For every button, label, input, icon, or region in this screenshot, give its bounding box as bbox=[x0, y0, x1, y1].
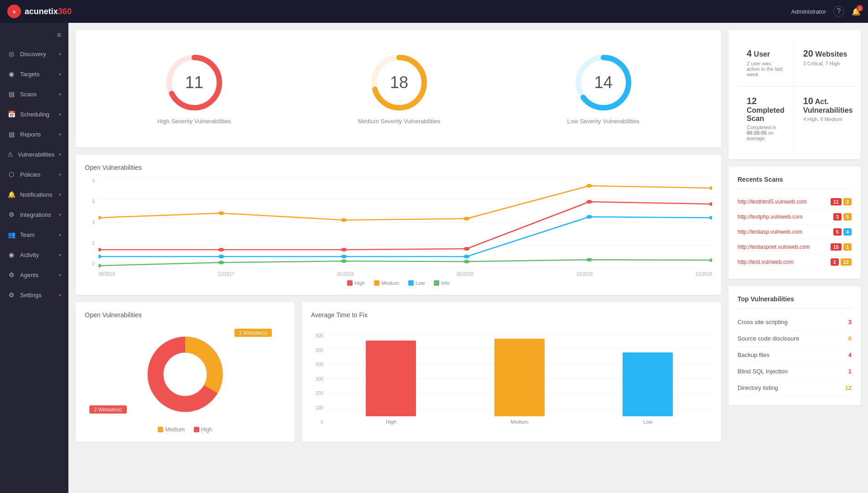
dashboard-main: 11 High Severity Vulnerabilities 18 bbox=[76, 30, 721, 486]
scans-sub: Completed in 00:20:05 on average bbox=[747, 125, 785, 141]
scan-item-2: http://testphp.vulnweb.com 3 5 bbox=[738, 210, 852, 225]
topnav: a acunetix360 Administrator ? 🔔 1 bbox=[0, 0, 868, 23]
sidebar-item-settings[interactable]: ⚙ Settings ▾ bbox=[0, 285, 68, 305]
x-label-4: 06/2018 bbox=[457, 272, 473, 277]
scans-count: 12 Completed Scan bbox=[747, 96, 785, 123]
chevron-icon: ▾ bbox=[59, 212, 61, 217]
scan-url-1[interactable]: http://testhtml5.vulnweb.com bbox=[738, 199, 807, 205]
sidebar-item-scans[interactable]: ▤ Scans ▾ bbox=[0, 84, 68, 104]
line-chart-svg bbox=[99, 177, 712, 268]
bar-medium-label: Medium bbox=[510, 419, 528, 425]
chevron-icon: ▾ bbox=[59, 72, 61, 77]
vuln-item-3: Backup files 4 bbox=[738, 347, 852, 363]
user-menu[interactable]: Administrator bbox=[791, 8, 826, 15]
sidebar-item-label: Vulnerabilities bbox=[18, 151, 54, 158]
vuln-name-5: Directory listing bbox=[738, 384, 778, 391]
sidebar-item-vulnerabilities[interactable]: ⚠ Vulnerabilities ▾ bbox=[0, 144, 68, 164]
svg-point-28 bbox=[463, 255, 469, 258]
top-stats-card: 4 User 2 user was active in the last wee… bbox=[728, 30, 861, 159]
bar-medium-rect bbox=[494, 339, 545, 416]
vuln-item-4: Blind SQL Injection 1 bbox=[738, 363, 852, 380]
bar-y-600: 600 bbox=[311, 333, 323, 338]
scan-item-1: http://testhtml5.vulnweb.com 11 3 bbox=[738, 194, 852, 210]
vuln-item-1: Cross site scripting 3 bbox=[738, 314, 852, 330]
stats-grid: 4 User 2 user was active in the last wee… bbox=[738, 39, 852, 150]
bar-y-0: 0 bbox=[311, 420, 323, 425]
high-severity-stat: 11 High Severity Vulnerabilities bbox=[157, 53, 231, 125]
svg-point-23 bbox=[586, 200, 592, 204]
sidebar-item-label: Scheduling bbox=[20, 111, 54, 118]
chevron-icon: ▾ bbox=[59, 232, 61, 237]
sidebar-item-integrations[interactable]: ⚙ Integrations ▾ bbox=[0, 205, 68, 225]
help-icon[interactable]: ? bbox=[833, 6, 844, 17]
notifications-icon: 🔔 bbox=[7, 191, 16, 198]
sidebar-item-agents[interactable]: ⚙ Agents ▾ bbox=[0, 265, 68, 285]
discovery-icon: ◎ bbox=[7, 50, 16, 58]
vuln-item-2: Source code disclosure 6 bbox=[738, 330, 852, 347]
chevron-icon: ▾ bbox=[59, 132, 61, 137]
scan-badge-red-4: 15 bbox=[831, 243, 842, 251]
x-label-2: 12/2017 bbox=[218, 272, 234, 277]
low-count: 14 bbox=[594, 73, 613, 92]
scan-badge-red-5: 2 bbox=[831, 258, 839, 266]
sidebar-item-label: Team bbox=[20, 231, 54, 238]
notification-icon[interactable]: 🔔 1 bbox=[852, 7, 861, 16]
sidebar-item-reports[interactable]: ▤ Reports ▾ bbox=[0, 124, 68, 144]
scan-badges-5: 2 12 bbox=[831, 258, 852, 266]
sidebar-item-label: Settings bbox=[20, 292, 54, 299]
svg-point-16 bbox=[463, 217, 469, 220]
sidebar-item-scheduling[interactable]: 📅 Scheduling ▾ bbox=[0, 104, 68, 124]
sidebar-item-activity[interactable]: ◉ Activity ▾ bbox=[0, 245, 68, 265]
stat-circles-row: 11 High Severity Vulnerabilities 18 bbox=[85, 39, 712, 138]
scan-badge-orange-1: 3 bbox=[843, 198, 852, 205]
legend-low: Low bbox=[408, 280, 425, 286]
y-label-6: 6 bbox=[85, 199, 95, 204]
scan-badge-orange-2: 5 bbox=[843, 213, 852, 220]
svg-point-32 bbox=[218, 261, 224, 264]
scan-badges-2: 3 5 bbox=[833, 213, 852, 220]
scan-url-3[interactable]: http://testasp.vulnweb.com bbox=[738, 229, 802, 235]
websites-count: 20 Websites bbox=[803, 48, 853, 59]
users-stat: 4 User 2 user was active in the last wee… bbox=[738, 39, 794, 87]
chevron-icon: ▾ bbox=[59, 273, 61, 278]
svg-point-19 bbox=[99, 248, 102, 252]
high-donut-label: High bbox=[201, 426, 213, 433]
y-label-8: 8 bbox=[85, 178, 95, 184]
recent-scans-title: Recents Scans bbox=[738, 176, 852, 189]
policies-icon: ⬡ bbox=[7, 171, 16, 178]
sidebar-item-targets[interactable]: ◉ Targets ▾ bbox=[0, 64, 68, 84]
sidebar: ≡ ◎ Discovery ▾ ◉ Targets ▾ ▤ Scans ▾ 📅 … bbox=[0, 23, 68, 493]
bar-y-100: 100 bbox=[311, 405, 323, 410]
medium-donut-label: Medium bbox=[165, 426, 185, 433]
sidebar-item-label: Scans bbox=[20, 91, 54, 98]
svg-point-25 bbox=[99, 255, 102, 258]
donut-label-1: 1 Website(s) bbox=[234, 329, 272, 337]
chevron-icon: ▾ bbox=[59, 172, 61, 177]
sidebar-item-label: Agents bbox=[20, 272, 54, 278]
logo-icon: a bbox=[7, 5, 21, 18]
scan-url-2[interactable]: http://testphp.vulnweb.com bbox=[738, 214, 803, 220]
svg-point-14 bbox=[218, 211, 224, 215]
sidebar-item-policies[interactable]: ⬡ Policies ▾ bbox=[0, 164, 68, 184]
medium-severity-stat: 18 Medium Severity Vulnerabilities bbox=[358, 53, 440, 125]
sidebar-item-discovery[interactable]: ◎ Discovery ▾ bbox=[0, 44, 68, 64]
vulnerabilities-icon: ⚠ bbox=[7, 151, 13, 158]
scan-url-5[interactable]: http://test.vulnweb.com bbox=[738, 259, 794, 265]
chevron-icon: ▾ bbox=[59, 252, 61, 257]
medium-label: Medium Severity Vulnerabilities bbox=[358, 118, 440, 125]
info-dot bbox=[434, 280, 439, 286]
scan-url-4[interactable]: http://testaspnet.vulnweb.com bbox=[738, 244, 810, 250]
x-label-5: 10/2018 bbox=[576, 272, 593, 277]
high-circle: 11 bbox=[165, 53, 224, 112]
low-circle: 14 bbox=[574, 53, 633, 112]
sidebar-item-team[interactable]: 👥 Team ▾ bbox=[0, 225, 68, 245]
svg-point-39 bbox=[164, 353, 207, 396]
activity-icon: ◉ bbox=[7, 251, 16, 258]
sidebar-toggle[interactable]: ≡ bbox=[0, 26, 68, 44]
medium-legend-label: Medium bbox=[381, 280, 399, 286]
low-label: Low Severity Vulnerabilities bbox=[567, 118, 639, 125]
targets-icon: ◉ bbox=[7, 70, 16, 78]
svg-text:a: a bbox=[13, 9, 16, 14]
bar-high: High bbox=[366, 341, 416, 425]
sidebar-item-notifications[interactable]: 🔔 Notifications ▾ bbox=[0, 184, 68, 205]
